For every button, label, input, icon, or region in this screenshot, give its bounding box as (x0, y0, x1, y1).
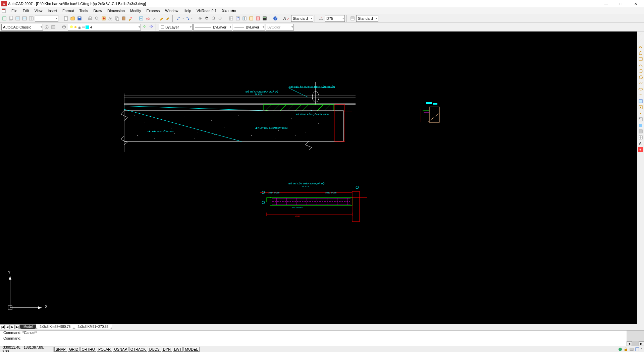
ellipse-icon[interactable] (638, 86, 643, 92)
insert-icon[interactable] (638, 99, 643, 104)
point-icon[interactable] (638, 111, 643, 116)
spline-icon[interactable] (638, 80, 643, 86)
pedit-icon[interactable] (152, 15, 158, 21)
hatch-icon[interactable] (638, 117, 643, 122)
toggle-ducs[interactable]: DUCS (148, 347, 161, 352)
properties-icon[interactable] (228, 15, 234, 21)
lineweight-select[interactable]: ByLayer (233, 24, 265, 31)
layout-icon[interactable] (15, 15, 21, 21)
textstyle-select[interactable]: Standard (291, 15, 313, 22)
redo-icon[interactable] (184, 15, 191, 21)
open-icon[interactable] (70, 15, 76, 21)
toggle-model[interactable]: MODEL (183, 347, 199, 352)
menu-tools[interactable]: Tools (77, 9, 91, 13)
plotstyle-select[interactable]: ByColor (266, 24, 294, 31)
zoom-previous-icon[interactable] (217, 15, 223, 21)
ellipsearc-icon[interactable] (638, 93, 643, 98)
paint-icon[interactable] (158, 15, 164, 21)
menu-format[interactable]: Format (60, 9, 77, 13)
tab-nav-next[interactable]: ▶ (10, 325, 15, 329)
mtext-icon[interactable]: A (638, 141, 643, 146)
menu-file[interactable]: File (9, 9, 20, 13)
toggle-otrack[interactable]: OTRACK (129, 347, 147, 352)
tab-layout-1[interactable]: 2x3x3 Km88+980.75 (36, 325, 74, 329)
menu-vnroad[interactable]: VNRoad 9.1 (194, 9, 219, 13)
circle-icon[interactable] (638, 68, 643, 74)
table-icon[interactable] (638, 135, 643, 140)
menu-insert[interactable]: Insert (45, 9, 60, 13)
sheetsetmgr-icon[interactable] (248, 15, 254, 21)
tablestyle-icon[interactable] (350, 15, 356, 21)
dimstyle-icon[interactable] (318, 15, 324, 21)
color-select[interactable]: ByLayer (159, 24, 193, 31)
toggle-dyn[interactable]: DYN (162, 347, 172, 352)
tray-cleanscreen-icon[interactable] (635, 347, 640, 352)
erase-icon[interactable] (145, 15, 151, 21)
command-window[interactable]: Command: *Cancel* Command: ◀ ▶ (0, 330, 644, 346)
tab-nav-first[interactable]: |◀ (0, 325, 5, 329)
rectangle-icon[interactable] (638, 56, 643, 62)
toggle-grid[interactable]: GRID (68, 347, 80, 352)
publish-icon[interactable] (101, 15, 107, 21)
undo-icon[interactable] (176, 15, 182, 21)
scroll-right-icon[interactable]: ▶ (639, 341, 644, 346)
command-scrollbar[interactable]: ◀ ▶ (627, 331, 644, 346)
workspace-lock-icon[interactable] (50, 24, 56, 30)
menu-dimension[interactable]: Dimension (105, 9, 127, 13)
pan-icon[interactable] (197, 15, 203, 21)
markup-icon[interactable] (255, 15, 261, 21)
blockeditor-icon[interactable] (138, 15, 144, 21)
toggle-osnap[interactable]: OSNAP (113, 347, 128, 352)
command-input[interactable]: Command: (0, 336, 644, 342)
paste-icon[interactable] (121, 15, 127, 21)
toggle-polar[interactable]: POLAR (97, 347, 112, 352)
menu-sannen[interactable]: San nền (219, 8, 239, 13)
tab-nav-last[interactable]: ▶| (15, 325, 20, 329)
tablestyle-select[interactable]: Standard (356, 15, 378, 22)
workspace-select[interactable]: AutoCAD Classic (1, 24, 43, 31)
pline-icon[interactable] (638, 44, 643, 50)
toggle-snap[interactable]: SNAP (54, 347, 67, 352)
viewport-icon[interactable] (28, 15, 34, 21)
menu-express[interactable]: Express (144, 9, 162, 13)
arc-icon[interactable] (638, 62, 643, 68)
polygon-icon[interactable] (638, 50, 643, 56)
dimstyle-select[interactable]: D75 (325, 15, 345, 22)
toggle-ortho[interactable]: ORTHO (80, 347, 96, 352)
matchprop-icon[interactable] (127, 15, 133, 21)
xline-icon[interactable] (638, 38, 643, 44)
help-icon[interactable]: ? (272, 15, 278, 21)
save-icon[interactable] (76, 15, 83, 21)
toggle-lwt[interactable]: LWT (173, 347, 183, 352)
quickcalc-icon[interactable] (262, 15, 268, 21)
line-icon[interactable] (638, 32, 643, 38)
menu-draw[interactable]: Draw (91, 9, 105, 13)
layout2-icon[interactable] (21, 15, 28, 21)
toolpalettes-icon[interactable] (241, 15, 248, 21)
new-icon[interactable] (63, 15, 69, 21)
gradient-icon[interactable] (638, 123, 643, 128)
zoom-window-icon[interactable] (211, 15, 217, 21)
minimize-button[interactable]: — (602, 1, 610, 7)
menu-view[interactable]: View (32, 9, 45, 13)
tray-toolbar-icon[interactable] (629, 347, 634, 352)
designcenter-icon[interactable] (235, 15, 241, 21)
viewport-scale-select[interactable] (35, 15, 58, 22)
copy-icon[interactable] (114, 15, 120, 21)
brush-icon[interactable] (165, 15, 171, 21)
menu-window[interactable]: Window (162, 9, 181, 13)
layer-states-icon[interactable] (148, 24, 154, 30)
layermgr-icon[interactable] (61, 24, 67, 30)
region-icon[interactable] (638, 129, 643, 134)
plot-icon[interactable] (87, 15, 93, 21)
maximize-button[interactable]: □ (616, 1, 625, 7)
preview-icon[interactable] (94, 15, 100, 21)
sheetset-icon[interactable] (8, 15, 14, 21)
zoom-realtime-icon[interactable]: + (204, 15, 210, 21)
tab-model[interactable]: Model (20, 325, 36, 329)
addselected-icon[interactable]: + (638, 147, 643, 152)
drawing-canvas[interactable]: BỐ TRÍ CHUNG BẢN QUÁ ĐỘ TL 1/25 KẾT CẤU … (0, 32, 637, 324)
coordinates[interactable]: -339011.48, -1881367.89, 0.00 (0, 347, 54, 352)
tab-nav-prev[interactable]: ◀ (5, 325, 10, 329)
tray-lock-icon[interactable] (624, 347, 628, 352)
